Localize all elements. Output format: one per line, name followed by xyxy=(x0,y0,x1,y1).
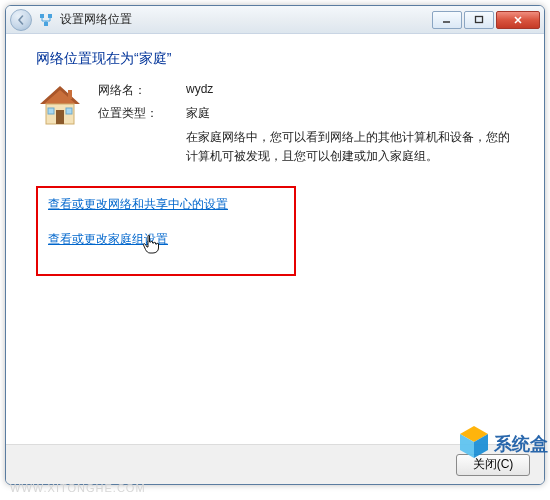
minimize-button[interactable] xyxy=(432,11,462,29)
network-location-icon xyxy=(38,12,54,28)
svg-marker-4 xyxy=(42,88,78,104)
location-type-label: 位置类型： xyxy=(98,105,186,122)
page-heading: 网络位置现在为“家庭” xyxy=(36,50,514,68)
arrow-left-icon xyxy=(16,15,26,25)
close-window-button[interactable] xyxy=(496,11,540,29)
svg-rect-10 xyxy=(68,90,72,99)
back-button[interactable] xyxy=(10,9,32,31)
network-name-line: 网络名： wydz xyxy=(98,82,514,99)
svg-rect-1 xyxy=(48,14,52,18)
maximize-button[interactable] xyxy=(464,11,494,29)
svg-rect-2 xyxy=(44,22,48,26)
brand-text: 系统盒 xyxy=(493,434,548,454)
network-info-row: 网络名： wydz 位置类型： 家庭 在家庭网络中，您可以看到网络上的其他计算机… xyxy=(36,82,514,166)
home-network-icon xyxy=(36,82,84,130)
svg-rect-7 xyxy=(56,110,64,124)
link-network-sharing-center[interactable]: 查看或更改网络和共享中心的设置 xyxy=(48,196,228,213)
location-type-value: 家庭 xyxy=(186,105,514,122)
dialog-window: 设置网络位置 网络位置现在为“家庭” xyxy=(5,5,545,485)
svg-rect-0 xyxy=(40,14,44,18)
network-details: 网络名： wydz 位置类型： 家庭 在家庭网络中，您可以看到网络上的其他计算机… xyxy=(98,82,514,166)
window-title: 设置网络位置 xyxy=(60,11,432,28)
window-controls xyxy=(432,11,540,29)
svg-rect-9 xyxy=(66,108,72,114)
svg-rect-8 xyxy=(48,108,54,114)
link-homegroup-settings[interactable]: 查看或更改家庭组设置 xyxy=(48,231,168,248)
location-description: 在家庭网络中，您可以看到网络上的其他计算机和设备，您的计算机可被发现，且您可以创… xyxy=(186,128,514,166)
close-icon xyxy=(513,15,523,25)
network-name-label: 网络名： xyxy=(98,82,186,99)
titlebar: 设置网络位置 xyxy=(6,6,544,34)
maximize-icon xyxy=(474,15,484,25)
dialog-content: 网络位置现在为“家庭” 网络名： wydz xyxy=(6,34,544,444)
link-highlight-box: 查看或更改网络和共享中心的设置 查看或更改家庭组设置 xyxy=(36,186,296,276)
location-type-line: 位置类型： 家庭 xyxy=(98,105,514,122)
svg-rect-3 xyxy=(476,16,483,22)
brand-logo: 系统盒 xyxy=(458,422,550,466)
network-name-value: wydz xyxy=(186,82,514,99)
watermark-text: WWW.XITONGHE.COM xyxy=(10,482,146,494)
minimize-icon xyxy=(442,15,452,25)
